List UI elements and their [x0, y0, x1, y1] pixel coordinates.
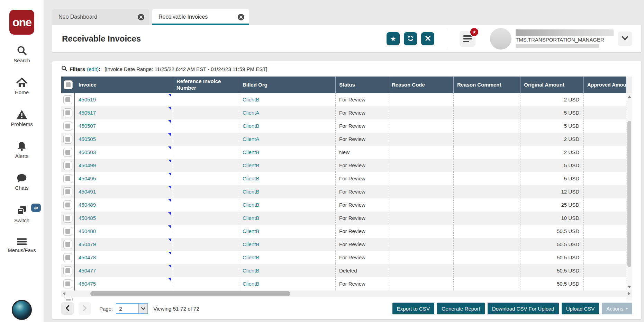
- sidebar-item-menus-favs[interactable]: Menus/Favs: [0, 238, 44, 253]
- actions-dropdown-button[interactable]: Actions ▾: [602, 303, 632, 314]
- scroll-up-arrow-icon[interactable]: [628, 96, 631, 98]
- close-screen-button[interactable]: [421, 32, 434, 45]
- invoice-link[interactable]: 450491: [79, 189, 96, 195]
- row-checkbox[interactable]: [63, 279, 72, 288]
- invoice-link[interactable]: 450479: [79, 241, 96, 247]
- row-checkbox[interactable]: [63, 108, 72, 117]
- context-menu-corner-icon[interactable]: [168, 239, 171, 242]
- user-avatar[interactable]: [12, 300, 32, 320]
- invoice-link[interactable]: 450477: [79, 268, 96, 274]
- generate-report-button[interactable]: Generate Report: [437, 303, 485, 314]
- horizontal-scrollbar[interactable]: [61, 290, 632, 297]
- export-to-csv-button[interactable]: Export to CSV: [392, 303, 434, 314]
- context-menu-corner-icon[interactable]: [168, 199, 171, 202]
- row-checkbox[interactable]: [63, 227, 72, 236]
- billed-org-link[interactable]: ClientB: [243, 189, 259, 195]
- tab-close-icon[interactable]: [238, 14, 244, 20]
- filters-edit-link[interactable]: (edit): [87, 66, 99, 72]
- row-checkbox[interactable]: [63, 214, 72, 223]
- tab-close-icon[interactable]: [138, 14, 144, 20]
- context-menu-corner-icon[interactable]: [168, 186, 171, 189]
- tab-receivable-invoices[interactable]: Receivable Invoices: [152, 9, 249, 25]
- context-menu-corner-icon[interactable]: [168, 278, 171, 281]
- context-menu-corner-icon[interactable]: [168, 252, 171, 255]
- billed-org-link[interactable]: ClientB: [243, 228, 259, 234]
- row-checkbox[interactable]: [63, 200, 72, 209]
- horizontal-scrollbar-thumb[interactable]: [90, 291, 290, 296]
- context-menu-corner-icon[interactable]: [168, 225, 171, 229]
- row-checkbox[interactable]: [63, 148, 72, 157]
- select-all-checkbox[interactable]: [64, 80, 73, 89]
- invoice-link[interactable]: 450478: [79, 254, 96, 260]
- context-menu-corner-icon[interactable]: [168, 160, 171, 163]
- sidebar-item-chats[interactable]: Chats: [0, 173, 44, 191]
- context-menu-corner-icon[interactable]: [168, 146, 171, 150]
- scroll-left-arrow-icon[interactable]: [63, 292, 65, 295]
- sidebar-item-switch[interactable]: Switch ⇄: [0, 205, 44, 223]
- scroll-down-arrow-icon[interactable]: [628, 286, 631, 288]
- billed-org-link[interactable]: ClientB: [243, 215, 259, 221]
- billed-org-link[interactable]: ClientB: [243, 281, 259, 287]
- previous-page-button[interactable]: [61, 302, 74, 315]
- invoice-link[interactable]: 450517: [79, 110, 96, 116]
- vertical-scrollbar[interactable]: [626, 77, 632, 301]
- column-header-invoice[interactable]: Invoice: [75, 77, 173, 93]
- invoice-link[interactable]: 450519: [79, 97, 96, 102]
- sidebar-item-problems[interactable]: Problems: [0, 109, 44, 127]
- sidebar-item-alerts[interactable]: Alerts: [0, 141, 44, 159]
- favorite-button[interactable]: ★: [387, 32, 400, 45]
- invoice-link[interactable]: 450495: [79, 176, 96, 181]
- column-header-original-amount[interactable]: Original Amount: [520, 77, 584, 93]
- column-header-reason-comment[interactable]: Reason Comment: [454, 77, 520, 93]
- billed-org-link[interactable]: ClientB: [243, 241, 259, 247]
- user-profile-avatar[interactable]: [490, 28, 511, 50]
- global-menu-button[interactable]: ★: [460, 31, 475, 47]
- column-header-approved-amount[interactable]: Approved Amount: [584, 77, 626, 93]
- context-menu-corner-icon[interactable]: [168, 107, 171, 110]
- invoice-link[interactable]: 450489: [79, 202, 96, 208]
- billed-org-link[interactable]: ClientA: [243, 136, 259, 142]
- invoice-link[interactable]: 450503: [79, 149, 96, 155]
- billed-org-link[interactable]: ClientB: [243, 254, 259, 260]
- row-checkbox[interactable]: [63, 122, 72, 131]
- billed-org-link[interactable]: ClientB: [243, 123, 259, 129]
- switch-org-badge-icon[interactable]: ⇄: [31, 204, 41, 212]
- row-checkbox[interactable]: [63, 253, 72, 262]
- invoice-link[interactable]: 450475: [79, 281, 96, 287]
- row-checkbox[interactable]: [63, 135, 72, 144]
- invoice-link[interactable]: 450505: [79, 136, 96, 142]
- context-menu-corner-icon[interactable]: [168, 94, 171, 97]
- billed-org-link[interactable]: ClientB: [243, 97, 259, 102]
- column-header-billed-org[interactable]: Billed Org: [239, 77, 336, 93]
- upload-csv-button[interactable]: Upload CSV: [562, 303, 599, 314]
- page-select[interactable]: 2: [116, 303, 148, 314]
- context-menu-corner-icon[interactable]: [168, 212, 171, 215]
- sidebar-item-search[interactable]: Search: [0, 45, 44, 63]
- column-header-reason-code[interactable]: Reason Code: [388, 77, 454, 93]
- context-menu-corner-icon[interactable]: [168, 265, 171, 268]
- sidebar-item-home[interactable]: Home: [0, 78, 44, 95]
- column-header-status[interactable]: Status: [336, 77, 388, 93]
- refresh-button[interactable]: [404, 32, 417, 45]
- row-checkbox[interactable]: [63, 95, 72, 104]
- row-checkbox[interactable]: [63, 266, 72, 275]
- billed-org-link[interactable]: ClientA: [243, 110, 259, 116]
- vertical-scrollbar-thumb[interactable]: [627, 121, 631, 267]
- column-header-reference-invoice-number[interactable]: Reference Invoice Number: [173, 77, 239, 93]
- context-menu-corner-icon[interactable]: [168, 120, 171, 123]
- download-csv-for-upload-button[interactable]: Download CSV For Upload: [488, 303, 559, 314]
- billed-org-link[interactable]: ClientB: [243, 162, 259, 168]
- user-menu-chevron-button[interactable]: [618, 32, 632, 46]
- tab-neo-dashboard[interactable]: Neo Dashboard: [52, 9, 149, 25]
- row-checkbox[interactable]: [63, 174, 72, 183]
- billed-org-link[interactable]: ClientB: [243, 202, 259, 208]
- context-menu-corner-icon[interactable]: [168, 133, 171, 136]
- row-checkbox[interactable]: [63, 240, 72, 249]
- invoice-link[interactable]: 450507: [79, 123, 96, 129]
- invoice-link[interactable]: 450480: [79, 228, 96, 234]
- billed-org-link[interactable]: ClientB: [243, 268, 259, 274]
- next-page-button[interactable]: [79, 302, 91, 315]
- invoice-link[interactable]: 450499: [79, 162, 96, 168]
- billed-org-link[interactable]: ClientB: [243, 149, 259, 155]
- row-checkbox[interactable]: [63, 161, 72, 170]
